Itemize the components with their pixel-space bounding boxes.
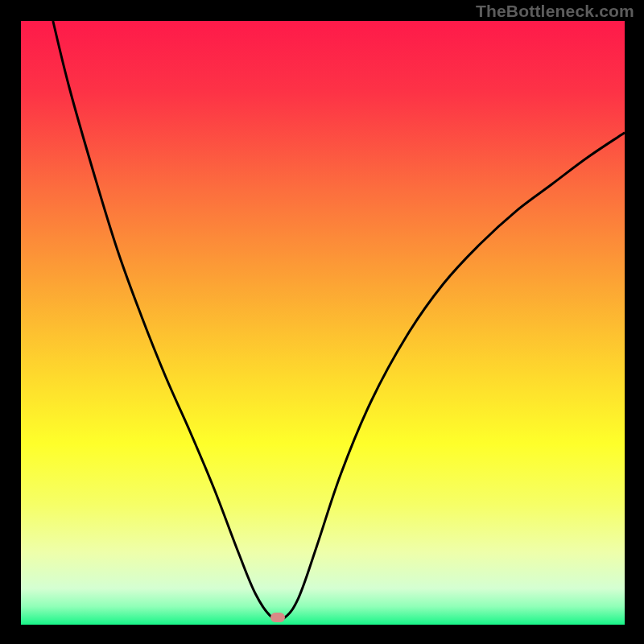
watermark-text: TheBottleneck.com bbox=[476, 2, 634, 21]
chart-frame: TheBottleneck.com bbox=[0, 0, 644, 644]
curve-path bbox=[53, 21, 625, 621]
bottleneck-curve bbox=[21, 21, 625, 625]
optimal-point-marker bbox=[270, 613, 285, 622]
plot-area bbox=[21, 21, 625, 625]
